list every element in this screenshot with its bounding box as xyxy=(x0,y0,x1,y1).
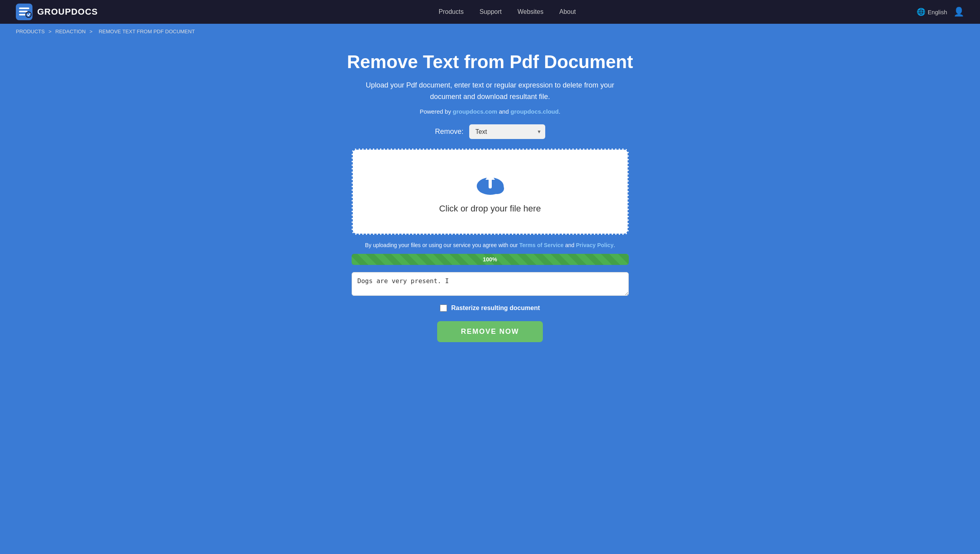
terms-suffix: . xyxy=(613,242,615,248)
svg-rect-3 xyxy=(19,14,26,15)
terms-text: By uploading your files or using our ser… xyxy=(365,242,615,248)
progress-label: 100% xyxy=(352,256,629,263)
svg-marker-10 xyxy=(485,173,495,180)
terms-between: and xyxy=(563,242,576,248)
svg-rect-1 xyxy=(19,8,29,9)
remove-row: Remove: Text Regular Expression xyxy=(435,124,545,139)
navbar-nav: Products Support Websites About xyxy=(439,8,576,15)
groupdocs-logo-icon xyxy=(16,4,32,20)
text-input-area: Dogs are very present. I xyxy=(352,272,629,297)
navbar-logo-section: GROUPDOCS xyxy=(16,4,98,20)
nav-about[interactable]: About xyxy=(559,8,576,15)
nav-websites[interactable]: Websites xyxy=(518,8,544,15)
groupdocs-com-link[interactable]: groupdocs.com xyxy=(453,108,497,115)
remove-now-button[interactable]: REMOVE NOW xyxy=(437,321,543,342)
page-title: Remove Text from Pdf Document xyxy=(347,51,633,72)
checkbox-row: Rasterize resulting document xyxy=(352,305,629,312)
file-drop-zone[interactable]: Click or drop your file here xyxy=(352,148,629,235)
main-content: Remove Text from Pdf Document Upload you… xyxy=(0,39,980,366)
logo-text: GROUPDOCS xyxy=(37,7,98,17)
breadcrumb-products[interactable]: PRODUCTS xyxy=(16,29,45,34)
powered-by-between: and xyxy=(497,108,510,115)
nav-products[interactable]: Products xyxy=(439,8,464,15)
navbar: GROUPDOCS Products Support Websites Abou… xyxy=(0,0,980,24)
page-subtitle: Upload your Pdf document, enter text or … xyxy=(352,80,629,103)
powered-by-prefix: Powered by xyxy=(420,108,453,115)
nav-support[interactable]: Support xyxy=(480,8,502,15)
svg-point-8 xyxy=(490,183,504,194)
upload-cloud-icon xyxy=(472,169,508,197)
groupdocs-cloud-link[interactable]: groupdocs.cloud xyxy=(510,108,559,115)
privacy-policy-link[interactable]: Privacy Policy xyxy=(576,242,613,248)
remove-label: Remove: xyxy=(435,128,463,136)
svg-point-5 xyxy=(26,12,31,17)
rasterize-label: Rasterize resulting document xyxy=(451,305,540,312)
breadcrumb-sep-2: > xyxy=(89,29,94,34)
remove-select-wrapper: Text Regular Expression xyxy=(469,124,545,139)
powered-by-suffix: . xyxy=(559,108,560,115)
rasterize-checkbox[interactable] xyxy=(440,305,447,312)
language-label: English xyxy=(928,9,947,15)
svg-rect-2 xyxy=(19,11,28,12)
breadcrumb-current: REMOVE TEXT FROM PDF DOCUMENT xyxy=(99,29,195,34)
remove-select[interactable]: Text Regular Expression xyxy=(469,124,545,139)
terms-prefix: By uploading your files or using our ser… xyxy=(365,242,519,248)
globe-icon: 🌐 xyxy=(917,8,925,16)
breadcrumb-sep-1: > xyxy=(49,29,53,34)
breadcrumb-redaction[interactable]: REDACTION xyxy=(55,29,86,34)
drop-zone-text: Click or drop your file here xyxy=(439,204,541,214)
progress-container: 100% xyxy=(352,254,629,265)
language-selector[interactable]: 🌐 English xyxy=(917,8,947,16)
text-to-remove-input[interactable]: Dogs are very present. I xyxy=(352,272,629,296)
breadcrumb: PRODUCTS > REDACTION > REMOVE TEXT FROM … xyxy=(0,24,980,39)
progress-bar-outer: 100% xyxy=(352,254,629,265)
powered-by: Powered by groupdocs.com and groupdocs.c… xyxy=(420,108,560,115)
terms-of-service-link[interactable]: Terms of Service xyxy=(519,242,564,248)
user-icon[interactable]: 👤 xyxy=(953,7,964,17)
navbar-right: 🌐 English 👤 xyxy=(917,7,964,17)
